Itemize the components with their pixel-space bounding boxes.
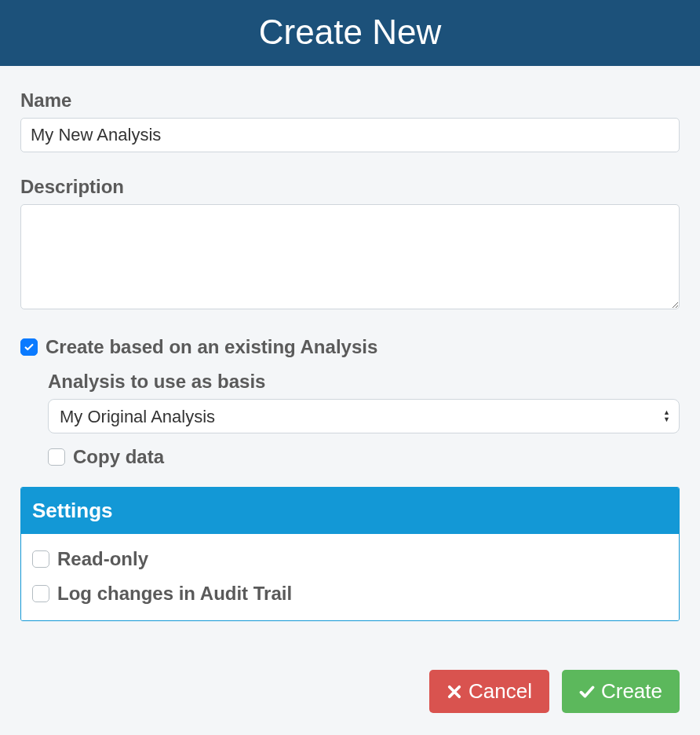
dialog-header: Create New [0,0,700,66]
basis-select-wrap: My Original Analysis ▲▼ [48,399,680,433]
based-on-existing-label: Create based on an existing Analysis [46,336,377,358]
dialog-footer: Cancel Create [0,621,700,713]
cancel-button[interactable]: Cancel [429,670,549,713]
basis-subsection: Analysis to use as basis My Original Ana… [48,371,680,468]
name-field-group: Name [20,90,680,152]
audit-trail-label: Log changes in Audit Trail [57,583,292,605]
close-icon [447,684,462,700]
copy-data-checkbox[interactable] [48,448,65,466]
dialog-content: Name Description Create based on an exis… [0,66,700,621]
create-button-label: Create [601,679,662,704]
basis-select[interactable]: My Original Analysis [48,399,680,433]
read-only-row: Read-only [32,548,668,570]
description-input[interactable] [20,204,680,309]
based-on-existing-row: Create based on an existing Analysis [20,336,680,358]
check-icon [579,684,595,700]
settings-body: Read-only Log changes in Audit Trail [21,534,679,620]
based-on-existing-checkbox[interactable] [20,338,38,356]
name-label: Name [20,90,680,112]
audit-trail-checkbox[interactable] [32,585,49,602]
read-only-checkbox[interactable] [32,550,49,568]
dialog-title: Create New [259,13,441,51]
check-icon [24,342,35,353]
cancel-button-label: Cancel [468,679,532,704]
settings-header: Settings [21,488,679,534]
name-input[interactable] [20,118,680,152]
create-button[interactable]: Create [562,670,680,713]
settings-panel: Settings Read-only Log changes in Audit … [20,487,680,621]
description-field-group: Description [20,176,680,313]
description-label: Description [20,176,680,198]
basis-label: Analysis to use as basis [48,371,680,393]
copy-data-row: Copy data [48,446,680,468]
copy-data-label: Copy data [73,446,164,468]
read-only-label: Read-only [57,548,148,570]
audit-trail-row: Log changes in Audit Trail [32,583,668,605]
